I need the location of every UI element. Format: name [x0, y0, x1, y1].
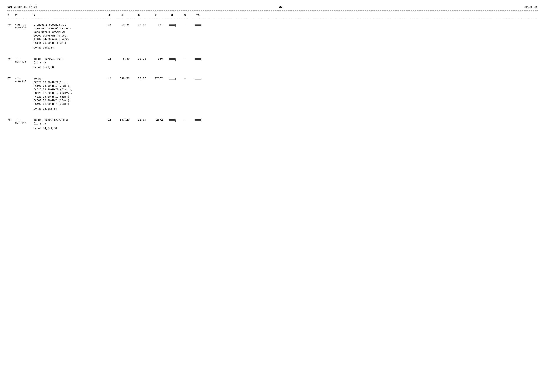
- row-price-note: цена: I3хI,08: [34, 46, 104, 50]
- row-col10: [191, 23, 205, 28]
- row-num: 78: [7, 118, 15, 121]
- equal-dash-icon: [168, 57, 176, 62]
- row-col8: [165, 77, 180, 82]
- row-col7: IIO5I: [148, 77, 165, 80]
- row-desc: То же,ПС625.I8.20-П-II(3шт.),ПС600.I8.20…: [34, 77, 104, 111]
- equal-dash-icon-right: [194, 118, 202, 123]
- col-header-10: IO: [191, 14, 205, 17]
- equal-dash-icon: [168, 118, 176, 123]
- row-col6: I6,20: [131, 57, 148, 60]
- row-col8: [165, 118, 180, 123]
- row-num: 76: [7, 57, 15, 60]
- row-ref: ССЦ т.Iп.8-326: [15, 23, 34, 29]
- equal-dash-icon: [168, 77, 176, 82]
- page-header: 9OI-3-184.83 (X.2) 26 19216-15: [7, 6, 538, 9]
- row-col7: I47: [148, 23, 165, 26]
- table-row: 77 -"-п.8-345 То же,ПС625.I8.20-П-II(3шт…: [7, 74, 538, 114]
- header-left: 9OI-3-184.83 (X.2): [7, 6, 37, 9]
- row-price-note: цена: I2,2хI,08: [34, 107, 104, 111]
- row-unit: м2: [104, 23, 115, 26]
- row-col6: I3,I8: [131, 77, 148, 80]
- row-col6: I5,34: [131, 118, 148, 121]
- row-col7: 2872: [148, 118, 165, 121]
- row-col5: I0,44: [115, 23, 131, 26]
- row-col8: [165, 57, 180, 62]
- col-header-8: 8: [165, 14, 180, 17]
- col-header-1: I: [7, 14, 15, 17]
- row-col9: –: [180, 77, 191, 80]
- row-col9: –: [180, 118, 191, 121]
- row-col9: –: [180, 57, 191, 60]
- row-col7: I36: [148, 57, 165, 60]
- equal-dash-icon-right: [194, 57, 202, 62]
- row-price-note: цена: I5хI,08: [34, 66, 104, 69]
- equal-dash-icon-right: [194, 77, 202, 82]
- row-col5: 838,50: [115, 77, 131, 80]
- col-header-9: 9: [180, 14, 191, 17]
- row-price-note: цена: I4,2хI,08: [34, 127, 104, 130]
- row-unit: м2: [104, 118, 115, 121]
- table-row: 78 -"-п.8-347 То же, ПС600.I2.20-П-3(26 …: [7, 115, 538, 133]
- row-num: 75: [7, 23, 15, 26]
- row-col10: [191, 57, 205, 62]
- equal-dash-icon-right: [194, 23, 202, 28]
- row-col5: 8,40: [115, 57, 131, 60]
- table-area: 75 ССЦ т.Iп.8-326 Стоимость сборных ж/бс…: [7, 20, 538, 133]
- row-col6: I4,04: [131, 23, 148, 26]
- row-desc: То же, ПС600.I2.20-П-3(26 шт.) цена: I4,…: [34, 118, 104, 130]
- column-headers: I 2 3 4 5 6 7 8 9 IO: [7, 12, 538, 18]
- row-ref: -"-п.8-347: [15, 118, 34, 124]
- col-header-6: 6: [131, 14, 148, 17]
- col-header-5: 5: [115, 14, 131, 17]
- header-divider: [7, 19, 538, 19]
- table-row: 76 -"-п.8-328 То же, ПС70.I2.20-П(IO шт.…: [7, 54, 538, 72]
- row-col8: [165, 23, 180, 28]
- row-desc: То же, ПС70.I2.20-П(IO шт.) цена: I5хI,0…: [34, 57, 104, 69]
- table-row: 75 ССЦ т.Iп.8-326 Стоимость сборных ж/бс…: [7, 20, 538, 53]
- row-col9: –: [180, 23, 191, 26]
- row-desc: Стоимость сборных ж/бстеновых панелей из…: [34, 23, 104, 50]
- row-unit: м2: [104, 77, 115, 80]
- row-ref: -"-п.8-328: [15, 57, 34, 63]
- row-ref: -"-п.8-345: [15, 77, 34, 83]
- row-num: 77: [7, 77, 15, 80]
- equal-dash-icon: [168, 23, 176, 28]
- col-header-2: 2: [15, 14, 34, 17]
- col-header-7: 7: [148, 14, 165, 17]
- col-header-3: 3: [34, 13, 104, 17]
- row-col5: I87,20: [115, 118, 131, 121]
- row-col10: [191, 77, 205, 82]
- header-center: 26: [279, 6, 282, 9]
- header-right: 19216-15: [524, 6, 538, 9]
- row-unit: м2: [104, 57, 115, 60]
- top-divider: [7, 11, 538, 11]
- col-header-4: 4: [104, 14, 115, 17]
- row-col10: [191, 118, 205, 123]
